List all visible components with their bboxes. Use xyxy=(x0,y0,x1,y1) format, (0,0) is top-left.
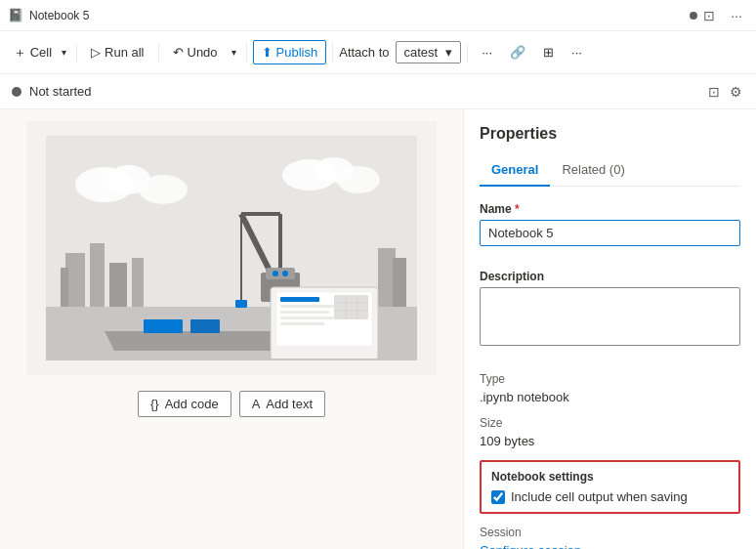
notebook-illustration xyxy=(26,121,437,375)
publish-button[interactable]: ⬆ Publish xyxy=(253,40,327,64)
description-label: Description xyxy=(480,270,740,283)
toolbar-more-button[interactable]: ··· xyxy=(564,41,590,63)
add-code-button[interactable]: {} Add code xyxy=(138,391,231,417)
title-bar: 📓 Notebook 5 ⊡ ··· xyxy=(0,0,756,31)
notebook-settings-title: Notebook settings xyxy=(491,470,729,484)
panel-title: Properties xyxy=(480,125,740,143)
include-output-row: Include cell output when saving xyxy=(491,489,729,504)
separator-4 xyxy=(332,43,333,63)
name-input[interactable] xyxy=(480,220,740,246)
settings-gear-button[interactable]: ⚙ xyxy=(728,82,744,102)
plus-icon: ＋ xyxy=(14,45,26,60)
svg-rect-31 xyxy=(280,322,324,325)
undo-button[interactable]: ↶ Undo xyxy=(165,41,226,63)
svg-point-6 xyxy=(337,166,380,193)
svg-rect-30 xyxy=(280,317,334,319)
svg-rect-39 xyxy=(235,300,247,308)
type-label: Type xyxy=(480,372,740,386)
required-star: * xyxy=(515,202,520,216)
session-title: Session xyxy=(480,526,740,539)
attach-dropdown[interactable]: catest ▾ xyxy=(396,41,462,63)
notebook-settings-box: Notebook settings Include cell output wh… xyxy=(480,460,740,514)
window-title: Notebook 5 xyxy=(29,9,686,22)
svg-rect-28 xyxy=(280,305,339,308)
separator-5 xyxy=(467,43,468,63)
session-section: Session Configure session xyxy=(480,526,740,549)
status-text: Not started xyxy=(29,84,698,99)
layout-icon: ⊞ xyxy=(543,45,554,60)
title-bar-actions: ⊡ ··· xyxy=(697,6,748,25)
description-textarea[interactable] xyxy=(480,287,740,346)
svg-rect-17 xyxy=(190,319,220,333)
toolbar-ellipsis-icon: ··· xyxy=(571,45,582,60)
unsaved-indicator xyxy=(690,12,697,20)
ellipsis-icon: ··· xyxy=(482,45,492,60)
type-field-section: Type .ipynb notebook xyxy=(480,372,740,404)
restore-button[interactable]: ⊡ xyxy=(697,6,721,25)
illustration-svg xyxy=(46,136,417,360)
status-dot xyxy=(12,87,21,97)
svg-rect-16 xyxy=(144,319,183,333)
svg-rect-37 xyxy=(267,359,382,360)
include-output-checkbox[interactable] xyxy=(491,490,505,504)
attach-label: Attach to xyxy=(339,45,389,60)
svg-rect-27 xyxy=(280,297,319,302)
properties-panel: Properties General Related (0) Name * De… xyxy=(463,109,756,549)
tab-related[interactable]: Related (0) xyxy=(550,154,636,187)
configure-session-link[interactable]: Configure session xyxy=(480,543,581,549)
toolbar: ＋ Cell ▾ ▷ Run all ↶ Undo ▾ ⬆ Publish At… xyxy=(0,31,756,74)
separator-2 xyxy=(158,43,159,63)
cell-dropdown-button[interactable]: ▾ xyxy=(58,43,70,62)
size-value: 109 bytes xyxy=(480,434,740,448)
svg-rect-32 xyxy=(334,295,368,319)
properties-tabs: General Related (0) xyxy=(480,154,740,187)
svg-point-24 xyxy=(282,271,288,276)
notebook-area: {} Add code A Add text xyxy=(0,109,463,549)
description-field-section: Description xyxy=(480,270,740,360)
text-icon: A xyxy=(252,397,261,411)
svg-rect-22 xyxy=(266,268,295,279)
tab-general[interactable]: General xyxy=(480,154,550,187)
attach-value: catest xyxy=(404,45,439,60)
svg-rect-29 xyxy=(280,311,329,314)
main-layout: {} Add code A Add text Properties Genera… xyxy=(0,109,756,549)
cell-button[interactable]: ＋ Cell xyxy=(8,40,58,65)
undo-icon: ↶ xyxy=(173,45,184,60)
name-field-section: Name * xyxy=(480,202,740,258)
cell-split-group: ＋ Cell ▾ xyxy=(8,40,70,65)
notebook-icon: 📓 xyxy=(8,8,23,23)
run-all-button[interactable]: ▷ Run all xyxy=(83,41,151,63)
svg-point-3 xyxy=(139,175,188,204)
size-label: Size xyxy=(480,416,740,430)
layout-button[interactable]: ⊞ xyxy=(535,41,562,63)
chevron-down-icon: ▾ xyxy=(445,45,452,60)
notebook-actions: {} Add code A Add text xyxy=(138,391,325,417)
type-value: .ipynb notebook xyxy=(480,390,740,404)
share-icon: 🔗 xyxy=(510,45,525,60)
publish-icon: ⬆ xyxy=(262,45,273,60)
code-icon: {} xyxy=(150,397,159,411)
include-output-label: Include cell output when saving xyxy=(511,489,688,504)
status-bar: Not started ⊡ ⚙ xyxy=(0,74,756,109)
svg-point-23 xyxy=(273,271,278,276)
name-label: Name * xyxy=(480,202,740,216)
separator-3 xyxy=(246,43,247,63)
size-field-section: Size 109 bytes xyxy=(480,416,740,448)
share-button[interactable]: 🔗 xyxy=(502,41,533,63)
play-icon: ▷ xyxy=(91,45,101,60)
undo-dropdown-button[interactable]: ▾ xyxy=(228,43,240,62)
more-options-button[interactable]: ··· xyxy=(474,41,500,63)
status-square-button[interactable]: ⊡ xyxy=(706,82,722,102)
add-text-button[interactable]: A Add text xyxy=(239,391,325,417)
separator-1 xyxy=(76,43,77,63)
status-actions: ⊡ ⚙ xyxy=(706,82,744,102)
more-button[interactable]: ··· xyxy=(725,6,748,25)
